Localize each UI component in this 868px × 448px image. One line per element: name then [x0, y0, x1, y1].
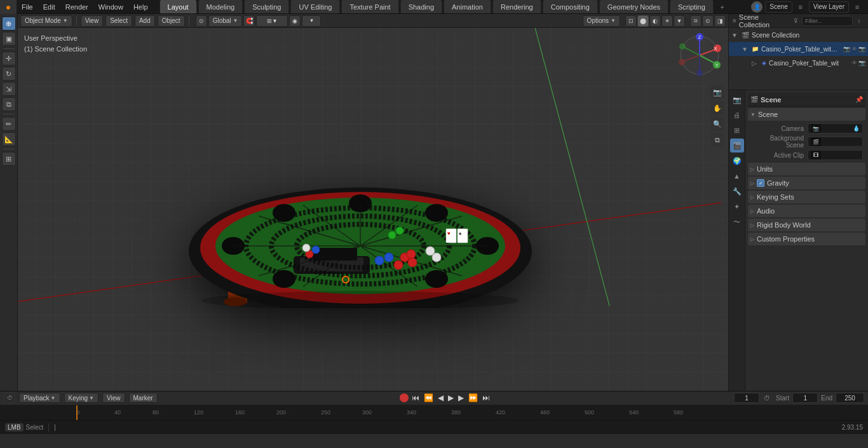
current-frame-input[interactable] — [734, 393, 759, 403]
view-zoom-icon[interactable]: 🔍 — [710, 117, 724, 131]
tab-compositing[interactable]: Compositing — [543, 0, 598, 13]
select-tool[interactable]: ▣ — [2, 32, 16, 46]
camera-prop-value[interactable]: 📷 💧 — [808, 123, 863, 133]
select-menu[interactable]: Select — [105, 15, 132, 27]
tab-uv-editing[interactable]: UV Editing — [290, 0, 340, 13]
proportional-settings[interactable]: ▼ — [302, 15, 321, 27]
prev-frame-button[interactable]: ◀ — [438, 393, 444, 402]
tab-texture-paint[interactable]: Texture Paint — [341, 0, 398, 13]
view-layer-selector[interactable]: View Layer — [809, 1, 849, 13]
timeline-editor-icon[interactable]: ⏱ — [4, 392, 15, 404]
navigation-gizmo[interactable]: X Y Z — [677, 33, 722, 78]
outliner-item-0[interactable]: ▼ 📁 Casino_Poker_Table_with_Ca 📷 👁 📷 — [729, 42, 868, 56]
view-menu[interactable]: View — [81, 15, 104, 27]
tab-rendering[interactable]: Rendering — [492, 0, 541, 13]
shading-rendered[interactable]: ☀ — [661, 15, 673, 27]
menu-window[interactable]: Window — [93, 0, 128, 13]
scene-options-icon[interactable]: ≡ — [795, 1, 806, 13]
view-camera-icon[interactable]: 📷 — [710, 85, 724, 99]
units-section-header[interactable]: ▷ Units — [748, 163, 865, 175]
add-workspace-button[interactable]: + — [716, 1, 729, 13]
end-frame-input[interactable] — [836, 393, 864, 403]
tab-modeling[interactable]: Modeling — [198, 0, 243, 13]
jump-to-end-button[interactable]: ⏭ — [482, 393, 490, 402]
item0-eye-icon[interactable]: 👁 — [851, 46, 857, 52]
gizmo-toggle[interactable]: ⧈ — [690, 15, 702, 27]
props-tab-viewlayer[interactable]: ⊞ — [730, 123, 744, 137]
options-button[interactable]: Options ▼ — [583, 15, 620, 27]
snap-settings[interactable]: ⊞▼ — [256, 15, 288, 27]
item0-render-icon[interactable]: 📷 — [858, 46, 865, 52]
tab-scripting[interactable]: Scripting — [670, 0, 714, 13]
view-toggle-icon[interactable]: ⧉ — [710, 133, 724, 147]
keying-sets-header[interactable]: ▷ Keying Sets — [748, 191, 865, 203]
rigid-body-header[interactable]: ▷ Rigid Body World — [748, 219, 865, 231]
props-pin-icon[interactable]: 📌 — [855, 96, 863, 103]
move-tool[interactable]: ✛ — [2, 51, 16, 65]
props-tab-render[interactable]: 📷 — [730, 93, 744, 107]
audio-section-header[interactable]: ▷ Audio — [748, 205, 865, 217]
tab-geometry-nodes[interactable]: Geometry Nodes — [599, 0, 668, 13]
item1-render-icon[interactable]: 📷 — [858, 60, 865, 66]
shading-solid[interactable]: ⬤ — [637, 15, 649, 27]
scene-selector[interactable]: Scene — [765, 1, 792, 13]
marker-menu[interactable]: Marker — [129, 393, 158, 403]
proportional-editing-icon[interactable]: ◉ — [289, 15, 301, 27]
shading-options-icon[interactable]: ▼ — [674, 15, 685, 27]
playback-menu[interactable]: Playback ▼ — [19, 393, 60, 403]
play-button[interactable]: ▶ — [448, 393, 454, 402]
props-tab-object[interactable]: ▲ — [730, 169, 744, 183]
props-tab-modifier[interactable]: 🔧 — [730, 184, 744, 198]
bg-scene-value[interactable]: 🎬 — [808, 137, 863, 147]
transform-tool[interactable]: ⧉ — [2, 97, 16, 111]
outliner-search[interactable] — [802, 16, 853, 26]
gravity-checkbox[interactable]: ✓ — [757, 179, 764, 187]
3d-viewport[interactable]: User Perspective (1) Scene Collection X — [18, 28, 728, 391]
rotate-tool[interactable]: ↻ — [2, 67, 16, 81]
overlay-toggle[interactable]: ⊙ — [702, 15, 714, 27]
transform-orientation[interactable]: Global ▼ — [208, 15, 243, 27]
item1-eye-icon[interactable]: 👁 — [851, 60, 857, 66]
tab-sculpting[interactable]: Sculpting — [244, 0, 289, 13]
outliner-filter-icon[interactable]: ⊽ — [790, 16, 801, 26]
tab-animation[interactable]: Animation — [444, 0, 491, 13]
active-clip-value[interactable]: 🎞 — [808, 150, 863, 160]
measure-tool[interactable]: 📐 — [2, 132, 16, 146]
menu-file[interactable]: File — [17, 0, 38, 13]
record-button[interactable] — [400, 393, 409, 402]
view-layer-options-icon[interactable]: ≡ — [851, 1, 863, 13]
shading-lookdev[interactable]: ◐ — [649, 15, 661, 27]
outliner-item-1[interactable]: ▷ ◈ Casino_Poker_Table_wit 👁 📷 — [729, 56, 868, 70]
object-mode-selector[interactable]: Object Mode ▼ — [20, 15, 72, 27]
user-avatar[interactable]: 👤 — [751, 1, 763, 13]
props-tab-output[interactable]: 🖨 — [730, 108, 744, 122]
menu-help[interactable]: Help — [128, 0, 153, 13]
object-menu[interactable]: Object — [158, 15, 185, 27]
start-frame-input[interactable] — [792, 393, 818, 403]
cursor-tool[interactable]: ⊕ — [2, 17, 16, 31]
add-menu[interactable]: Add — [135, 15, 155, 27]
view-pan-icon[interactable]: ✋ — [710, 101, 724, 115]
tab-layout[interactable]: Layout — [159, 0, 197, 13]
props-tab-scene[interactable]: 🎬 — [730, 139, 744, 153]
outliner-sort-icon[interactable]: ↕ — [854, 16, 864, 26]
gravity-section-header[interactable]: ▷ ✓ Gravity — [748, 177, 865, 189]
menu-edit[interactable]: Edit — [38, 0, 60, 13]
menu-render[interactable]: Render — [60, 0, 93, 13]
shading-wireframe[interactable]: ⊡ — [625, 15, 637, 27]
xray-toggle[interactable]: ◨ — [714, 15, 726, 27]
next-frame-button[interactable]: ▶ — [458, 393, 464, 402]
props-tab-particles[interactable]: ✦ — [730, 200, 744, 214]
item1-expand-arrow[interactable]: ▷ — [752, 60, 759, 67]
scene-expand-arrow[interactable]: ▼ — [731, 32, 739, 39]
props-tab-physics[interactable]: 〜 — [730, 215, 744, 229]
pivot-point-icon[interactable]: ⊙ — [196, 15, 207, 27]
scene-section-header[interactable]: ▼ Scene — [748, 108, 865, 121]
next-keyframe-button[interactable]: ⏩ — [468, 393, 478, 402]
add-primitive-tool[interactable]: ⊞ — [2, 152, 16, 166]
custom-props-header[interactable]: ▷ Custom Properties — [748, 233, 865, 245]
props-tab-world[interactable]: 🌍 — [730, 154, 744, 168]
jump-to-start-button[interactable]: ⏮ — [412, 393, 419, 402]
prev-keyframe-button[interactable]: ⏪ — [424, 393, 433, 402]
view-menu-tl[interactable]: View — [102, 393, 125, 403]
